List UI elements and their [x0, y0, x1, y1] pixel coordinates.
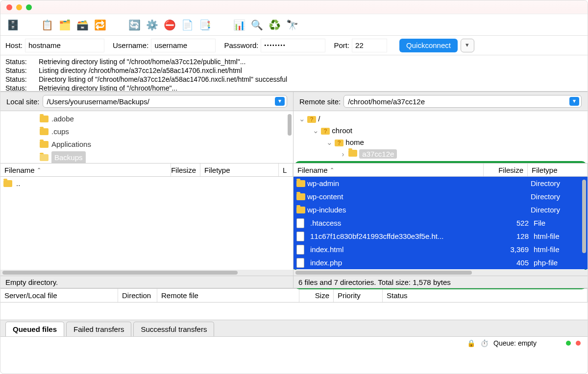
queue-header[interactable]: Server/Local file Direction Remote file … — [0, 289, 588, 303]
h-scrollbar[interactable] — [294, 270, 588, 276]
col-priority[interactable]: Priority — [338, 291, 361, 300]
file-name: wp-includes — [305, 206, 482, 214]
col-filesize[interactable]: Filesize — [498, 166, 523, 174]
expand-toggle-icon[interactable]: ⌄ — [312, 125, 319, 137]
chevron-down-icon[interactable]: ▾ — [569, 97, 579, 106]
message-log[interactable]: Status:Retrieving directory listing of "… — [0, 55, 588, 92]
col-direction[interactable]: Direction — [122, 291, 151, 300]
log-status-label: Status: — [5, 66, 30, 75]
file-type: Directory — [526, 206, 588, 214]
col-lastmod[interactable]: L — [283, 166, 287, 174]
h-scrollbar[interactable] — [0, 270, 293, 276]
col-filetype[interactable]: Filetype — [204, 166, 230, 174]
col-size[interactable]: Size — [315, 291, 329, 300]
local-status: Empty directory. — [0, 276, 293, 288]
file-name: wp-admin — [305, 179, 482, 187]
sitemanager-icon[interactable]: 🗄️ — [5, 18, 20, 32]
toggle-log-icon[interactable]: 📋 — [40, 18, 54, 32]
username-input[interactable] — [151, 39, 215, 52]
quickconnect-bar: Host: Username: Password: Port: Quickcon… — [0, 36, 588, 55]
scrollbar-thumb[interactable] — [288, 114, 292, 136]
tree-folder-selected: Backups — [40, 151, 86, 163]
tree-root[interactable]: / — [318, 115, 320, 123]
tree-folder[interactable]: chroot — [332, 126, 352, 135]
expand-toggle-icon[interactable]: › — [340, 148, 346, 160]
port-input[interactable] — [352, 39, 387, 52]
col-remote[interactable]: Remote file — [161, 291, 198, 300]
expand-toggle-icon[interactable]: ⌄ — [298, 113, 305, 125]
local-file-header[interactable]: Filename⌃ Filesize Filetype L — [0, 163, 293, 177]
remote-tree[interactable]: ⌄ ? / ⌄ ? chroot ⌄ ? home › a37cc12e — [294, 111, 588, 163]
tree-folder: Applications — [40, 139, 91, 150]
col-filename[interactable]: Filename — [4, 166, 35, 174]
sync-browse-icon[interactable]: 🔁 — [93, 18, 107, 32]
binoculars-icon[interactable]: 🔭 — [285, 18, 299, 32]
folder-icon — [296, 207, 305, 213]
file-icon — [296, 258, 304, 268]
file-row[interactable]: wp-adminDirectory — [294, 177, 588, 190]
minimize-window-icon[interactable] — [16, 4, 22, 10]
local-tree[interactable]: .adobe .cups Applications Backups — [0, 111, 293, 163]
quickconnect-button[interactable]: Quickconnect — [399, 39, 458, 52]
file-size: 522 — [485, 219, 529, 227]
tab-queued[interactable]: Queued files — [5, 322, 64, 336]
file-name: index.html — [308, 245, 485, 254]
col-status[interactable]: Status — [387, 291, 408, 300]
file-row[interactable]: .htaccess522File — [294, 216, 588, 230]
compare-icon[interactable]: 📊 — [232, 18, 246, 32]
file-row[interactable]: wp-includesDirectory — [294, 203, 588, 216]
local-file-list[interactable]: .. — [0, 177, 293, 270]
file-row[interactable]: index.html3,369html-file — [294, 243, 588, 256]
local-path-input[interactable]: /Users/yourusername/Backups/ ▾ — [43, 95, 287, 108]
quickconnect-dropdown-icon[interactable]: ▾ — [461, 39, 474, 52]
titlebar — [0, 0, 588, 14]
lock-icon[interactable]: 🔒 — [467, 339, 475, 347]
queue-tabs: Queued files Failed transfers Successful… — [0, 320, 588, 337]
host-input[interactable] — [25, 39, 104, 52]
toggle-tree-icon[interactable]: 🗂️ — [57, 18, 72, 32]
file-type: php-file — [529, 258, 588, 267]
reconnect-icon[interactable]: 📑 — [197, 18, 212, 32]
col-filetype[interactable]: Filetype — [532, 166, 558, 174]
port-label: Port: — [334, 41, 349, 49]
close-window-icon[interactable] — [6, 4, 12, 10]
search-icon[interactable]: 🔍 — [249, 18, 264, 32]
remote-path-input[interactable]: /chroot/home/a37cc12e ▾ — [343, 95, 582, 108]
log-line: Listing directory /chroot/home/a37cc12e/… — [39, 66, 242, 75]
chevron-down-icon[interactable]: ▾ — [275, 97, 285, 106]
folder-icon — [296, 180, 305, 187]
reload-icon[interactable]: ♻️ — [267, 18, 282, 32]
filter-icon[interactable]: ⚙️ — [145, 18, 159, 32]
main-toolbar: 🗄️ 📋 🗂️ 🗃️ 🔁 🔄 ⚙️ ⛔ 📄 📑 📊 🔍 ♻️ 🔭 — [0, 14, 588, 36]
sort-asc-icon: ⌃ — [37, 167, 41, 173]
file-row[interactable]: 11c67f1c830bf241993cffde330e3f5e.ht...12… — [294, 230, 588, 243]
speedlimit-icon[interactable]: ⏱️ — [480, 339, 489, 347]
tree-folder[interactable]: home — [345, 138, 364, 146]
file-type: html-file — [529, 245, 588, 254]
col-filesize[interactable]: Filesize — [171, 166, 196, 174]
file-row[interactable]: index.php405php-file — [294, 256, 588, 269]
col-server[interactable]: Server/Local file — [4, 291, 57, 300]
remote-file-list[interactable]: wp-adminDirectorywp-contentDirectorywp-i… — [294, 177, 588, 270]
toggle-queue-icon[interactable]: 🗃️ — [75, 18, 90, 32]
disconnect-icon[interactable]: 📄 — [180, 18, 195, 32]
file-name: 11c67f1c830bf241993cffde330e3f5e.ht... — [308, 232, 485, 240]
cancel-icon[interactable]: ⛔ — [162, 18, 177, 32]
tree-folder: .cups — [40, 126, 69, 138]
scrollbar-thumb[interactable] — [582, 180, 586, 253]
log-line: Retrieving directory listing of "/chroot… — [39, 57, 245, 66]
tab-failed[interactable]: Failed transfers — [66, 322, 131, 336]
password-label: Password: — [224, 41, 258, 49]
remote-file-header[interactable]: Filename⌃ Filesize Filetype — [294, 163, 588, 177]
zoom-window-icon[interactable] — [26, 4, 32, 10]
password-input[interactable] — [261, 39, 325, 52]
col-filename[interactable]: Filename — [297, 166, 328, 174]
tree-folder-selected[interactable]: a37cc12e — [359, 149, 397, 159]
local-site-label: Local site: — [6, 97, 40, 106]
refresh-icon[interactable]: 🔄 — [127, 18, 142, 32]
file-row[interactable]: wp-contentDirectory — [294, 190, 588, 203]
expand-toggle-icon[interactable]: ⌄ — [326, 137, 333, 148]
tab-success[interactable]: Successful transfers — [133, 322, 214, 336]
parent-dir-row[interactable]: .. — [0, 177, 293, 190]
queue-body[interactable] — [0, 303, 588, 320]
